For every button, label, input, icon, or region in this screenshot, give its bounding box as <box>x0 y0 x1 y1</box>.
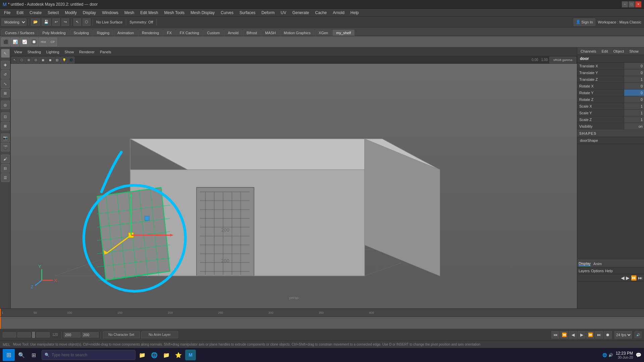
shelf-icon-2[interactable]: 📊 <box>11 38 19 46</box>
current-frame-input[interactable] <box>17 332 31 338</box>
shelf-icon-hist[interactable]: Hist <box>39 38 48 46</box>
taskbar-store[interactable]: ⭐ <box>173 350 184 360</box>
render-tool[interactable]: 🎬 <box>1 143 10 152</box>
channel-value-3[interactable]: 0 <box>624 83 644 89</box>
anim-tab[interactable]: Anim <box>593 262 602 266</box>
undo-button[interactable]: ↩ <box>52 18 60 26</box>
anim-end-input[interactable] <box>64 332 80 338</box>
menu-help[interactable]: Help <box>348 10 362 16</box>
taskbar-maya-icon[interactable]: M <box>185 350 196 360</box>
shelf-tab-fx-caching[interactable]: FX Caching <box>176 29 203 36</box>
edit-tab[interactable]: Edit <box>599 49 610 54</box>
title-controls[interactable]: − □ ✕ <box>622 1 641 7</box>
options-option[interactable]: Options <box>591 269 604 273</box>
menu-windows[interactable]: Windows <box>99 10 121 16</box>
vp-wireframe-icon[interactable]: ▣ <box>40 57 46 63</box>
object-tab[interactable]: Object <box>611 49 626 54</box>
taskbar-edge[interactable]: 🌐 <box>149 350 160 360</box>
menu-edit-mesh[interactable]: Edit Mesh <box>138 10 161 16</box>
shelf-icon-1[interactable]: ⬛ <box>1 38 10 46</box>
search-bar[interactable]: 🔍 Type here to search <box>42 350 136 360</box>
vp-menu-shading[interactable]: Shading <box>25 49 43 55</box>
vp-light-icon[interactable]: 💡 <box>61 57 67 63</box>
play-forward-button[interactable]: ▶ <box>578 331 586 339</box>
timeline-scrub[interactable] <box>0 317 644 329</box>
help-option[interactable]: Help <box>605 269 613 273</box>
channels-tab[interactable]: Channels <box>579 49 598 54</box>
shelf-tab-curves-surfaces[interactable]: Curves / Surfaces <box>1 29 38 36</box>
go-end-button[interactable]: ⏭ <box>595 331 603 339</box>
menu-file[interactable]: File <box>1 10 13 16</box>
vp-select-icon[interactable]: ↖ <box>11 57 18 63</box>
menu-modify[interactable]: Modify <box>62 10 79 16</box>
record-button[interactable]: ⏺ <box>604 331 612 339</box>
camera-tool[interactable]: 📷 <box>1 133 10 142</box>
go-start-button[interactable]: ⏮ <box>551 331 559 339</box>
menu-mesh-display[interactable]: Mesh Display <box>188 10 217 16</box>
lasso-select-button[interactable]: ⬡ <box>83 18 91 26</box>
channel-value-5[interactable]: 0 <box>624 96 644 103</box>
open-scene-button[interactable]: 📂 <box>31 18 40 26</box>
snapping-tool[interactable]: ⊡ <box>1 112 10 121</box>
mode-select[interactable]: Modeling <box>1 18 26 26</box>
shelf-icon-4[interactable]: 🔲 <box>30 38 38 46</box>
shelf-tab-sculpting[interactable]: Sculpting <box>70 29 93 36</box>
vp-shadow-icon[interactable]: 🌑 <box>68 57 74 63</box>
layers-option[interactable]: Layers <box>579 269 590 273</box>
show-tab[interactable]: Show <box>627 49 641 54</box>
move-tool[interactable]: ✚ <box>1 61 10 69</box>
viewport-canvas[interactable]: 200 200 <box>11 64 577 308</box>
shelf-tab-my-shelf[interactable]: my_shelf <box>332 29 355 36</box>
shelf-tab-arnold[interactable]: Arnold <box>224 29 242 36</box>
maximize-button[interactable]: □ <box>629 1 635 7</box>
menu-generate[interactable]: Generate <box>289 10 312 16</box>
fps-select[interactable]: 24 fps 30 fps <box>614 331 632 339</box>
menu-arnold[interactable]: Arnold <box>330 10 347 16</box>
taskbar-search-icon[interactable]: 🔍 <box>16 350 27 360</box>
char-set-dropdown[interactable]: No Character Set <box>103 331 140 338</box>
shelf-tab-rigging[interactable]: Rigging <box>93 29 113 36</box>
save-button[interactable]: 💾 <box>42 18 51 26</box>
close-button[interactable]: ✕ <box>635 1 641 7</box>
channel-value-9[interactable]: on <box>624 123 644 129</box>
shelf-icon-cp[interactable]: CP <box>48 38 57 46</box>
layer-expand-button[interactable]: ⏩ <box>631 275 637 281</box>
channel-value-7[interactable]: 1 <box>624 110 644 116</box>
menu-mesh[interactable]: Mesh <box>122 10 137 16</box>
shelf-tab-mash[interactable]: MASH <box>261 29 279 36</box>
gamma-select[interactable]: sRGB gamma <box>549 57 576 63</box>
soft-select-tool[interactable]: ◎ <box>1 101 10 109</box>
shelf-tab-xgen[interactable]: XGen <box>315 29 332 36</box>
shelf-tab-custom[interactable]: Custom <box>203 29 223 36</box>
menu-deform[interactable]: Deform <box>259 10 277 16</box>
taskbar-file-explorer[interactable]: 📁 <box>137 350 148 360</box>
scale-tool[interactable]: ⤡ <box>1 79 10 88</box>
shelf-tab-motion-graphics[interactable]: Motion Graphics <box>280 29 314 36</box>
layer-add-button[interactable]: ⏭ <box>638 275 643 281</box>
channel-value-1[interactable]: 0 <box>624 69 644 76</box>
vp-menu-panels[interactable]: Panels <box>98 49 113 55</box>
vp-menu-show[interactable]: Show <box>63 49 76 55</box>
notification-icon[interactable]: 💬 <box>636 352 641 358</box>
start-button[interactable]: ⊞ <box>3 349 15 361</box>
menu-surfaces[interactable]: Surfaces <box>237 10 258 16</box>
shelf-tab-fx[interactable]: FX <box>163 29 175 36</box>
vp-menu-view[interactable]: View <box>12 49 24 55</box>
vp-snap-icon[interactable]: ⊡ <box>33 57 39 63</box>
layer-prev-button[interactable]: ◀ <box>621 275 625 281</box>
vp-menu-renderer[interactable]: Renderer <box>77 49 97 55</box>
menu-create[interactable]: Create <box>27 10 44 16</box>
display-tab[interactable]: Display <box>579 261 591 266</box>
minimize-button[interactable]: − <box>622 1 628 7</box>
anim-end-2-input[interactable] <box>82 332 99 338</box>
maya-3d-scene[interactable]: 200 200 <box>11 64 577 302</box>
channel-value-6[interactable]: 1 <box>624 103 644 109</box>
menu-mesh-tools[interactable]: Mesh Tools <box>162 10 187 16</box>
channel-value-0[interactable]: 0 <box>624 63 644 69</box>
menu-edit[interactable]: Edit <box>14 10 26 16</box>
anim-layer-dropdown[interactable]: No Anim Layer <box>141 331 178 338</box>
sign-in-button[interactable]: 👤 Sign In <box>574 18 595 26</box>
transform-tool[interactable]: ⊞ <box>1 89 10 98</box>
vp-smooth-icon[interactable]: ◼ <box>47 57 53 63</box>
shelf-tab-bifrost[interactable]: Bifrost <box>243 29 261 36</box>
